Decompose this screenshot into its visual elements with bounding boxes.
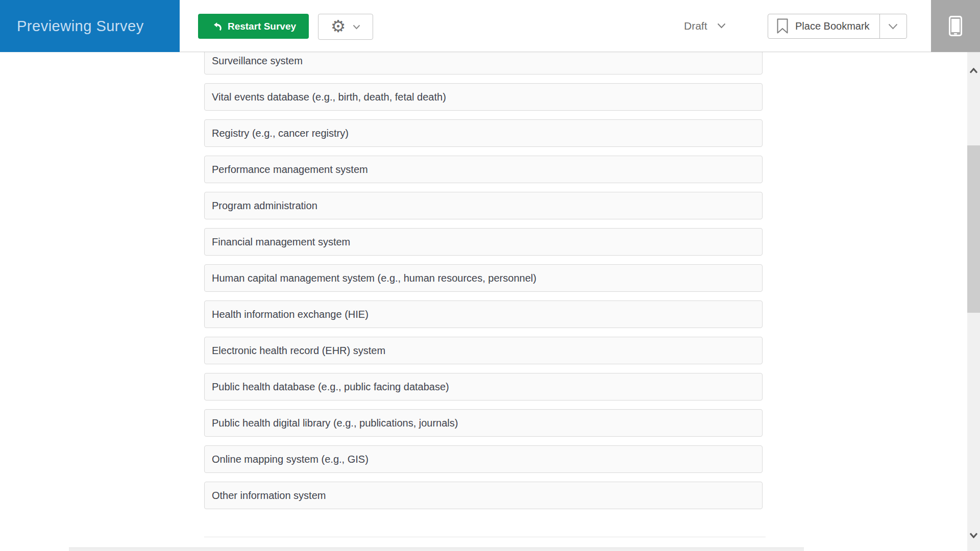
preview-mode-banner: Previewing Survey: [0, 0, 180, 52]
place-bookmark-split-button: Place Bookmark: [768, 14, 907, 39]
survey-option-label: Public health digital library (e.g., pub…: [212, 417, 458, 429]
survey-option[interactable]: Financial management system: [204, 228, 763, 256]
survey-option[interactable]: Registry (e.g., cancer registry): [204, 119, 763, 147]
survey-status-label: Draft: [684, 20, 707, 32]
tablet-icon: [949, 16, 962, 36]
question-separator: [204, 537, 766, 537]
vertical-scrollbar[interactable]: [967, 52, 980, 551]
place-bookmark-label: Place Bookmark: [795, 20, 870, 32]
next-block-edge: [69, 547, 804, 551]
survey-option-label: Performance management system: [212, 164, 368, 176]
survey-option-label: Human capital management system (e.g., h…: [212, 272, 536, 284]
preview-toolbar: Previewing Survey Restart Survey ⚙ Draft: [0, 0, 980, 52]
survey-option-label: Program administration: [212, 200, 317, 212]
preview-survey-page: Surveillance system Vital events databas…: [0, 0, 980, 551]
survey-option-label: Health information exchange (HIE): [212, 309, 369, 320]
survey-option[interactable]: Performance management system: [204, 156, 763, 183]
restart-survey-button[interactable]: Restart Survey: [198, 14, 309, 39]
bookmark-menu-button[interactable]: [879, 14, 906, 38]
survey-option[interactable]: Health information exchange (HIE): [204, 300, 763, 328]
survey-option[interactable]: Public health digital library (e.g., pub…: [204, 409, 763, 437]
survey-option[interactable]: Human capital management system (e.g., h…: [204, 264, 763, 292]
survey-option[interactable]: Vital events database (e.g., birth, deat…: [204, 83, 763, 111]
chevron-down-icon: [969, 533, 978, 538]
preview-mode-label: Previewing Survey: [0, 18, 144, 35]
survey-option[interactable]: Program administration: [204, 192, 763, 219]
survey-option-label: Other information system: [212, 490, 326, 502]
gear-icon: ⚙: [331, 18, 346, 35]
survey-option-label: Registry (e.g., cancer registry): [212, 128, 349, 139]
bookmark-icon: [776, 18, 789, 34]
restart-survey-label: Restart Survey: [228, 21, 296, 32]
survey-option-label: Vital events database (e.g., birth, deat…: [212, 91, 446, 103]
survey-option-label: Online mapping system (e.g., GIS): [212, 454, 369, 465]
preview-options-button[interactable]: ⚙: [318, 14, 373, 40]
chevron-down-icon: [888, 23, 898, 30]
scrollbar-thumb[interactable]: [967, 145, 980, 313]
survey-option[interactable]: Online mapping system (e.g., GIS): [204, 445, 763, 473]
place-bookmark-button[interactable]: Place Bookmark: [768, 14, 879, 38]
survey-option[interactable]: Other information system: [204, 482, 763, 509]
scroll-down-button[interactable]: [967, 530, 980, 541]
survey-option[interactable]: Public health database (e.g., public fac…: [204, 373, 763, 400]
chevron-down-icon: [353, 24, 360, 30]
chevron-up-icon: [969, 68, 978, 73]
survey-option[interactable]: Electronic health record (EHR) system: [204, 337, 763, 364]
undo-arrow-icon: [211, 21, 222, 32]
mobile-preview-toggle[interactable]: [931, 0, 980, 52]
survey-option-label: Surveillance system: [212, 55, 303, 67]
survey-status-dropdown[interactable]: Draft: [684, 0, 726, 52]
survey-option-label: Financial management system: [212, 236, 350, 248]
survey-option-label: Public health database (e.g., public fac…: [212, 381, 449, 393]
scroll-up-button[interactable]: [967, 65, 980, 76]
survey-option-label: Electronic health record (EHR) system: [212, 345, 385, 357]
chevron-down-icon: [717, 23, 726, 29]
